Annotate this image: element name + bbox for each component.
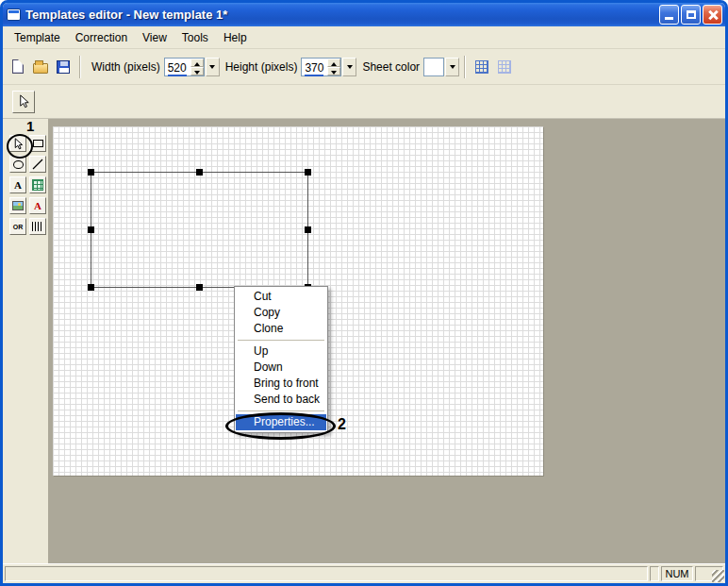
- new-document-icon: [12, 59, 24, 74]
- menu-view[interactable]: View: [135, 27, 174, 47]
- grid-icon: [475, 60, 488, 74]
- image-tool[interactable]: [9, 197, 26, 214]
- width-dropdown-button[interactable]: [206, 58, 220, 76]
- minimize-icon: [665, 17, 673, 20]
- menu-tools[interactable]: Tools: [174, 27, 216, 47]
- resize-handle-bottom-left[interactable]: [88, 284, 94, 291]
- context-menu-item-bring-to-front[interactable]: Bring to front: [236, 376, 326, 392]
- line-tool[interactable]: [29, 156, 46, 173]
- line-tool-icon: [32, 159, 43, 170]
- save-template-button[interactable]: [52, 56, 74, 78]
- maximize-icon: [687, 10, 696, 19]
- context-menu-separator: [238, 410, 324, 411]
- resize-handle-top-left[interactable]: [88, 169, 94, 176]
- or-tool[interactable]: OR: [9, 218, 26, 235]
- num-indicator: NUM: [661, 566, 693, 581]
- context-menu-item-down[interactable]: Down: [236, 360, 326, 376]
- height-input[interactable]: 370: [301, 58, 341, 76]
- height-spin-down-button[interactable]: [327, 67, 340, 75]
- data-text-tool-icon: A: [34, 201, 41, 211]
- context-menu-item-up[interactable]: Up: [236, 343, 326, 360]
- height-dropdown-button[interactable]: [342, 58, 356, 76]
- rectangle-tool-icon: [33, 140, 43, 147]
- resize-grip-icon[interactable]: [712, 570, 724, 582]
- selected-rectangle[interactable]: [91, 172, 308, 288]
- maximize-button[interactable]: [681, 5, 701, 25]
- context-menu: Cut Copy Clone Up Down Bring to front Se…: [234, 286, 328, 433]
- main-area: A A OR C: [3, 119, 725, 563]
- pointer-tool[interactable]: [9, 135, 26, 152]
- sheet-color-label: Sheet color: [362, 60, 420, 74]
- menu-help[interactable]: Help: [216, 27, 255, 47]
- open-template-button[interactable]: [29, 56, 52, 78]
- sheet-color-dropdown-button[interactable]: [445, 58, 459, 76]
- barcode-tool[interactable]: [29, 218, 46, 235]
- status-message-panel: [5, 566, 648, 581]
- status-panel: [650, 566, 659, 581]
- close-icon: [707, 9, 719, 21]
- resize-handle-bottom-middle[interactable]: [196, 284, 203, 291]
- height-spin-up-button[interactable]: [327, 59, 340, 67]
- width-input[interactable]: 520: [164, 58, 205, 76]
- close-button[interactable]: [703, 5, 722, 25]
- menu-bar: Template Correction View Tools Help: [3, 26, 725, 49]
- snap-to-grid-button[interactable]: [493, 56, 516, 78]
- data-text-tool[interactable]: A: [29, 197, 46, 214]
- toolbar-separator: [464, 56, 466, 78]
- rectangle-tool[interactable]: [29, 135, 46, 152]
- height-value: 370: [305, 61, 323, 76]
- table-tool-icon: [32, 179, 43, 191]
- show-grid-button[interactable]: [471, 56, 493, 78]
- image-tool-icon: [12, 201, 24, 210]
- ellipse-tool[interactable]: [9, 156, 26, 173]
- selection-toolbar: [3, 85, 725, 119]
- canvas-area[interactable]: Cut Copy Clone Up Down Bring to front Se…: [48, 119, 725, 563]
- width-label: Width (pixels): [91, 60, 160, 74]
- width-spin-down-button[interactable]: [190, 67, 204, 75]
- context-menu-separator: [238, 340, 324, 341]
- barcode-tool-icon: [32, 222, 43, 231]
- or-tool-icon: OR: [13, 224, 24, 230]
- window-title: Templates editor - New template 1*: [21, 8, 657, 22]
- width-spin-up-button[interactable]: [190, 59, 204, 67]
- context-menu-item-send-to-back[interactable]: Send to back: [236, 392, 326, 408]
- new-template-button[interactable]: [7, 56, 29, 78]
- ellipse-tool-icon: [13, 160, 24, 169]
- open-folder-icon: [33, 63, 48, 74]
- select-tool-button[interactable]: [12, 91, 35, 113]
- status-bar: NUM: [3, 563, 725, 583]
- minimize-button[interactable]: [659, 5, 679, 25]
- sheet-color-swatch[interactable]: [423, 58, 444, 76]
- context-menu-item-cut[interactable]: Cut: [236, 289, 326, 305]
- text-tool-icon: A: [14, 180, 22, 191]
- snap-grid-icon: [498, 60, 511, 74]
- app-icon: [7, 8, 21, 21]
- resize-handle-top-right[interactable]: [305, 169, 311, 176]
- text-tool[interactable]: A: [9, 176, 26, 193]
- resize-handle-middle-right[interactable]: [305, 226, 311, 233]
- resize-handle-middle-left[interactable]: [88, 226, 94, 233]
- pointer-tool-icon: [17, 94, 31, 109]
- app-window: Templates editor - New template 1* Templ…: [0, 0, 728, 586]
- toolbar-separator: [79, 56, 81, 78]
- titlebar: Templates editor - New template 1*: [3, 3, 725, 26]
- context-menu-item-clone[interactable]: Clone: [236, 321, 326, 337]
- main-toolbar: Width (pixels) 520 Height (pixels) 370 S…: [3, 49, 725, 85]
- menu-correction[interactable]: Correction: [68, 27, 135, 47]
- context-menu-item-copy[interactable]: Copy: [236, 305, 326, 321]
- table-tool[interactable]: [29, 176, 46, 193]
- save-icon: [57, 60, 70, 74]
- width-value: 520: [168, 61, 187, 76]
- pointer-tool-icon: [12, 138, 25, 150]
- tool-palette: A A OR: [3, 119, 48, 563]
- menu-template[interactable]: Template: [7, 27, 68, 47]
- context-menu-item-properties[interactable]: Properties...: [236, 414, 326, 430]
- resize-handle-top-middle[interactable]: [196, 169, 203, 176]
- height-label: Height (pixels): [225, 60, 298, 74]
